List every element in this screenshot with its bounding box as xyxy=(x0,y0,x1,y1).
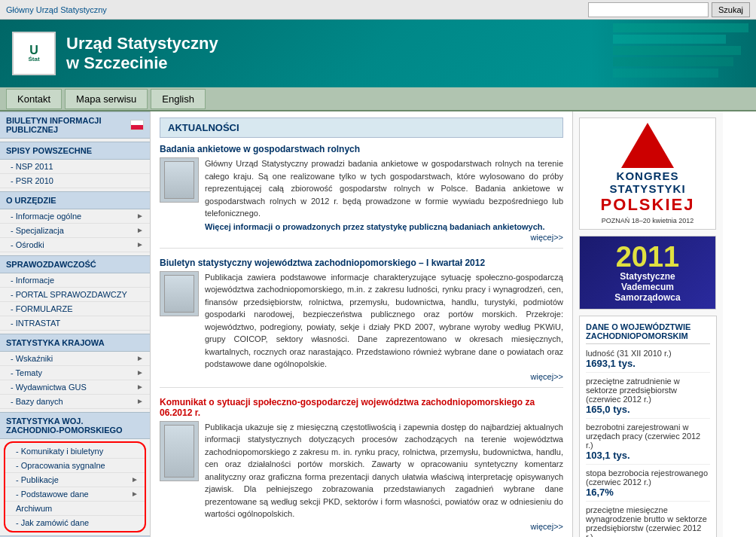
info-value-2: 103,1 tys. xyxy=(586,450,710,461)
sidebar-item-publikacje[interactable]: - Publikacje► xyxy=(5,473,145,487)
sidebar-section-krajowa: STATYSTYKA KRAJOWA xyxy=(0,334,150,352)
sidebar-item-informacje-s[interactable]: - Informacje xyxy=(0,273,150,288)
news-more-2[interactable]: więcej>> xyxy=(205,372,563,381)
info-value-3: 16,7% xyxy=(586,487,710,498)
header-title: Urząd Statystyczny w Szczecinie xyxy=(66,34,218,73)
site-title-link[interactable]: Główny Urząd Statystyczny xyxy=(6,5,107,14)
sidebar-item-psr[interactable]: - PSR 2010 xyxy=(0,174,150,188)
sidebar-item-jak-zamowic[interactable]: - Jak zamówić dane xyxy=(5,516,145,529)
sidebar-item-komunikaty[interactable]: - Komunikaty i biuletyny xyxy=(5,444,145,459)
logo-abbr: U Śtat xyxy=(28,44,39,63)
news-item-1: Badania ankietowe w gospodarstwach rolny… xyxy=(160,144,563,249)
info-row-3: stopa bezrobocia rejestrowanego (czerwie… xyxy=(586,468,710,502)
nav-english[interactable]: English xyxy=(151,89,206,109)
info-label-1: przeciętne zatrudnienie w sektorze przed… xyxy=(586,377,710,404)
sidebar-item-bazy[interactable]: - Bazy danych► xyxy=(0,395,150,409)
right-sidebar: KONGRES STATYSTYKI POLSKIEJ POZNAŃ 18–20… xyxy=(572,111,723,537)
nav-kontakt[interactable]: Kontakt xyxy=(6,89,62,109)
stat-line1: Statystyczne xyxy=(586,271,709,282)
sidebar-section-bip: BIULETYN INFORMACJI PUBLICZNEJ xyxy=(0,111,150,139)
main-layout: BIULETYN INFORMACJI PUBLICZNEJ SPISY POW… xyxy=(0,111,756,537)
sidebar-circled-group: - Komunikaty i biuletyny - Opracowania s… xyxy=(4,441,146,532)
kongres-line3: POLSKIEJ xyxy=(584,195,711,215)
sidebar-item-podstawowe[interactable]: - Podstawowe dane► xyxy=(5,487,145,502)
info-row-0: ludność (31 XII 2010 r.) 1693,1 tys. xyxy=(586,349,710,373)
sidebar-item-portal[interactable]: - PORTAL SPRAWOZDAWCZY xyxy=(0,288,150,302)
nav-bar: Kontakt Mapa serwisu English xyxy=(0,87,756,111)
header-title-line2: w Szczecinie xyxy=(66,53,218,73)
info-label-2: bezrobotni zarejestrowani w urzędach pra… xyxy=(586,423,710,450)
nav-mapa-serwisu[interactable]: Mapa serwisu xyxy=(65,89,148,109)
stat-line2: Vademecum xyxy=(586,282,709,292)
sidebar-section-ourzedzie: O URZĘDZIE xyxy=(0,191,150,209)
sidebar-item-specjalizacja[interactable]: - Specjalizacja► xyxy=(0,224,150,238)
news-link-1[interactable]: Więcej informacji o prowadzonych przez s… xyxy=(205,222,563,231)
sidebar-item-formularze[interactable]: - FORMULARZE xyxy=(0,302,150,316)
banner-stat[interactable]: 2011 Statystyczne Vademecum Samorządowca xyxy=(579,236,716,310)
sidebar-item-opracowania[interactable]: - Opracowania sygnalne xyxy=(5,459,145,473)
kongres-location: POZNAŃ 18–20 kwietnia 2012 xyxy=(584,217,711,224)
news-thumb-3 xyxy=(160,421,199,481)
kongres-line1: KONGRES xyxy=(584,169,711,182)
stat-line3: Samorządowca xyxy=(586,292,709,303)
sidebar-section-spisy: SPISY POWSZECHNE xyxy=(0,142,150,160)
search-form: Szukaj xyxy=(588,2,750,17)
search-input[interactable] xyxy=(588,2,709,17)
sidebar-item-tematy[interactable]: - Tematy► xyxy=(0,366,150,380)
news-title-1[interactable]: Badania ankietowe w gospodarstwach rolny… xyxy=(160,144,563,154)
info-row-4: przeciętne miesięczne wynagrodzenie brut… xyxy=(586,505,710,537)
kongres-line2: STATYSTYKI xyxy=(584,182,711,195)
info-row-2: bezrobotni zarejestrowani w urzędach pra… xyxy=(586,423,710,465)
sidebar-item-archiwum[interactable]: Archiwum xyxy=(5,502,145,516)
info-box: DANE O WOJEWÓDZTWIE ZACHODNIOPOMORSKIM l… xyxy=(579,316,717,537)
news-more-3[interactable]: więcej>> xyxy=(205,522,563,531)
search-button[interactable]: Szukaj xyxy=(712,2,750,17)
sidebar-item-intrastat[interactable]: - INTRASTAT xyxy=(0,316,150,331)
header: U Śtat Urząd Statystyczny w Szczecinie xyxy=(0,20,756,87)
info-label-3: stopa bezrobocia rejestrowanego (czerwie… xyxy=(586,468,710,487)
info-row-1: przeciętne zatrudnienie w sektorze przed… xyxy=(586,377,710,419)
news-more-1[interactable]: więcej>> xyxy=(205,233,563,242)
news-title-2[interactable]: Biuletyn statystyczny województwa zachod… xyxy=(160,258,563,268)
top-bar: Główny Urząd Statystyczny Szukaj xyxy=(0,0,756,20)
content-area: AKTUALNOŚCI Badania ankietowe w gospodar… xyxy=(151,111,572,537)
info-label-0: ludność (31 XII 2010 r.) xyxy=(586,349,710,358)
news-text-2: Publikacja zawiera podstawowe informacje… xyxy=(205,271,563,371)
header-title-line1: Urząd Statystyczny xyxy=(66,34,218,53)
sidebar-section-woj: STATYSTYKA WOJ.ZACHODNIO-POMORSKIEGO xyxy=(0,412,150,439)
news-thumb-2 xyxy=(160,271,199,316)
stat-year: 2011 xyxy=(586,243,709,271)
logo-box: U Śtat xyxy=(12,32,56,75)
banner-kongres[interactable]: KONGRES STATYSTYKI POLSKIEJ POZNAŃ 18–20… xyxy=(579,117,716,230)
news-thumb-1 xyxy=(160,157,199,203)
sidebar: BIULETYN INFORMACJI PUBLICZNEJ SPISY POW… xyxy=(0,111,151,537)
info-label-4: przeciętne miesięczne wynagrodzenie brut… xyxy=(586,505,710,537)
info-value-1: 165,0 tys. xyxy=(586,404,710,415)
sidebar-item-wskazniki[interactable]: - Wskaźniki► xyxy=(0,352,150,366)
sidebar-item-wydawnictwa[interactable]: - Wydawnictwa GUS► xyxy=(0,380,150,395)
info-value-0: 1693,1 tys. xyxy=(586,358,710,369)
info-box-title: DANE O WOJEWÓDZTWIE ZACHODNIOPOMORSKIM xyxy=(586,322,710,344)
news-item-3: Komunikat o sytuacji społeczno-gospodarc… xyxy=(160,397,563,538)
content-title: AKTUALNOŚCI xyxy=(160,117,563,138)
news-text-3: Publikacja ukazuje się z miesięczną częs… xyxy=(205,421,563,520)
news-text-1: Główny Urząd Statystyczny prowadzi badan… xyxy=(205,157,563,220)
sidebar-section-sprawozdawczosc: SPRAWOZDAWCZOŚĆ xyxy=(0,255,150,273)
sidebar-item-informacje-ogolne[interactable]: - Informacje ogólne► xyxy=(0,209,150,224)
sidebar-item-osrodki[interactable]: - Ośrodki► xyxy=(0,238,150,252)
news-item-2: Biuletyn statystyczny województwa zachod… xyxy=(160,258,563,388)
bip-flag xyxy=(130,120,144,130)
news-title-3[interactable]: Komunikat o sytuacji społeczno-gospodarc… xyxy=(160,397,563,418)
sidebar-item-nsp[interactable]: - NSP 2011 xyxy=(0,160,150,174)
header-stripes xyxy=(613,23,748,78)
